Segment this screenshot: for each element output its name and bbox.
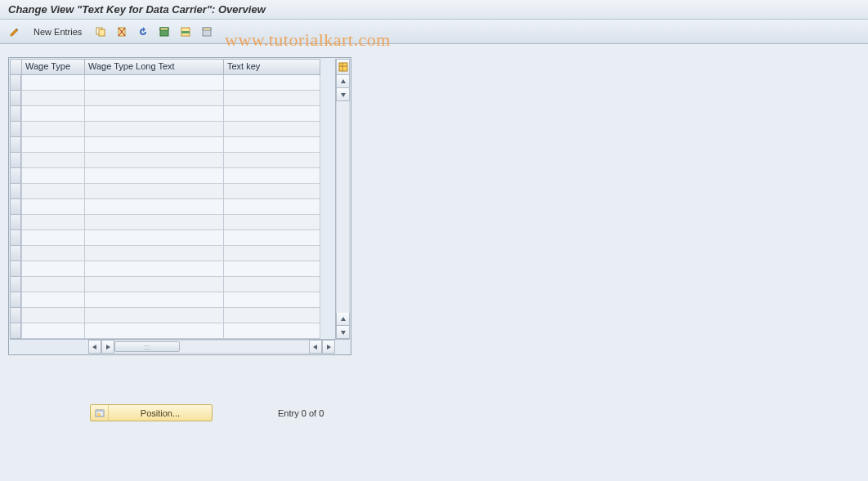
cell[interactable] [21, 184, 85, 199]
row-selector[interactable] [10, 91, 21, 106]
cell[interactable] [85, 308, 224, 323]
scroll-up-icon[interactable] [336, 75, 350, 88]
cell[interactable] [21, 215, 85, 230]
cell[interactable] [224, 230, 320, 246]
row-selector[interactable] [10, 308, 21, 323]
row-selector[interactable] [10, 153, 21, 168]
row-selector[interactable] [10, 75, 21, 91]
cell[interactable] [85, 153, 224, 168]
cell[interactable] [85, 122, 224, 137]
column-header-text-key[interactable]: Text key [224, 59, 320, 75]
cell[interactable] [224, 215, 320, 230]
cell[interactable] [85, 184, 224, 199]
cell[interactable] [85, 215, 224, 230]
row-selector[interactable] [10, 184, 21, 199]
cell[interactable] [85, 91, 224, 106]
cell[interactable] [85, 323, 224, 339]
row-selector[interactable] [10, 292, 21, 308]
cell[interactable] [21, 168, 85, 184]
horizontal-scrollbar[interactable]: ::: [10, 339, 350, 354]
cell[interactable] [224, 308, 320, 323]
scroll-right-end-icon[interactable] [322, 340, 335, 354]
cell[interactable] [224, 261, 320, 277]
cell[interactable] [224, 91, 320, 106]
table-row [10, 308, 335, 323]
scroll-right-icon[interactable] [101, 340, 114, 354]
cell[interactable] [224, 168, 320, 184]
table-row [10, 75, 335, 91]
cell[interactable] [21, 153, 85, 168]
cell[interactable] [85, 75, 224, 91]
row-selector-header[interactable] [10, 59, 21, 75]
position-button[interactable]: Position... [90, 404, 213, 421]
scroll-track-vertical[interactable] [336, 101, 350, 313]
scroll-thumb-horizontal[interactable]: ::: [114, 341, 180, 352]
row-selector[interactable] [10, 122, 21, 137]
cell[interactable] [85, 106, 224, 122]
cell[interactable] [85, 261, 224, 277]
svg-rect-1 [99, 29, 105, 36]
cell[interactable] [21, 199, 85, 215]
column-header-wage-type-long-text[interactable]: Wage Type Long Text [85, 59, 224, 75]
scroll-track-horizontal[interactable]: ::: [114, 340, 309, 354]
cell[interactable] [21, 230, 85, 246]
cell[interactable] [21, 122, 85, 137]
cell[interactable] [21, 91, 85, 106]
cell[interactable] [224, 122, 320, 137]
row-selector[interactable] [10, 137, 21, 153]
cell[interactable] [85, 137, 224, 153]
row-selector[interactable] [10, 168, 21, 184]
configure-columns-icon[interactable] [336, 59, 350, 75]
column-header-wage-type[interactable]: Wage Type [21, 59, 85, 75]
table-row [10, 246, 335, 261]
scroll-down-bottom-icon[interactable] [336, 326, 350, 339]
scroll-left-icon[interactable] [88, 340, 101, 354]
undo-icon[interactable] [135, 24, 151, 40]
cell[interactable] [224, 199, 320, 215]
row-selector[interactable] [10, 230, 21, 246]
select-block-icon[interactable] [177, 24, 194, 40]
cell[interactable] [224, 323, 320, 339]
cell[interactable] [85, 246, 224, 261]
cell[interactable] [21, 323, 85, 339]
row-selector[interactable] [10, 323, 21, 339]
cell[interactable] [21, 106, 85, 122]
scroll-up-bottom-icon[interactable] [336, 313, 350, 326]
cell[interactable] [224, 106, 320, 122]
row-selector[interactable] [10, 215, 21, 230]
cell[interactable] [224, 246, 320, 261]
cell[interactable] [85, 199, 224, 215]
cell[interactable] [224, 184, 320, 199]
new-entries-button[interactable]: New Entries [28, 24, 87, 40]
deselect-all-icon[interactable] [199, 24, 215, 40]
cell[interactable] [85, 292, 224, 308]
cell[interactable] [224, 153, 320, 168]
cell[interactable] [85, 277, 224, 292]
vertical-scrollbar[interactable] [335, 59, 350, 339]
cell[interactable] [224, 137, 320, 153]
cell[interactable] [85, 230, 224, 246]
cell[interactable] [224, 292, 320, 308]
scroll-left-end-icon[interactable] [309, 340, 322, 354]
cell[interactable] [21, 246, 85, 261]
cell[interactable] [21, 137, 85, 153]
cell[interactable] [224, 277, 320, 292]
cell[interactable] [21, 292, 85, 308]
cell[interactable] [224, 75, 320, 91]
row-selector[interactable] [10, 199, 21, 215]
copy-icon[interactable] [92, 24, 109, 40]
row-selector[interactable] [10, 106, 21, 122]
table-row [10, 91, 335, 106]
row-selector[interactable] [10, 261, 21, 277]
row-selector[interactable] [10, 277, 21, 292]
cell[interactable] [21, 308, 85, 323]
scroll-down-icon[interactable] [336, 88, 350, 101]
delete-icon[interactable] [114, 24, 130, 40]
cell[interactable] [21, 261, 85, 277]
cell[interactable] [21, 75, 85, 91]
row-selector[interactable] [10, 246, 21, 261]
select-all-icon[interactable] [156, 24, 172, 40]
cell[interactable] [21, 277, 85, 292]
change-icon[interactable] [7, 24, 23, 40]
cell[interactable] [85, 168, 224, 184]
